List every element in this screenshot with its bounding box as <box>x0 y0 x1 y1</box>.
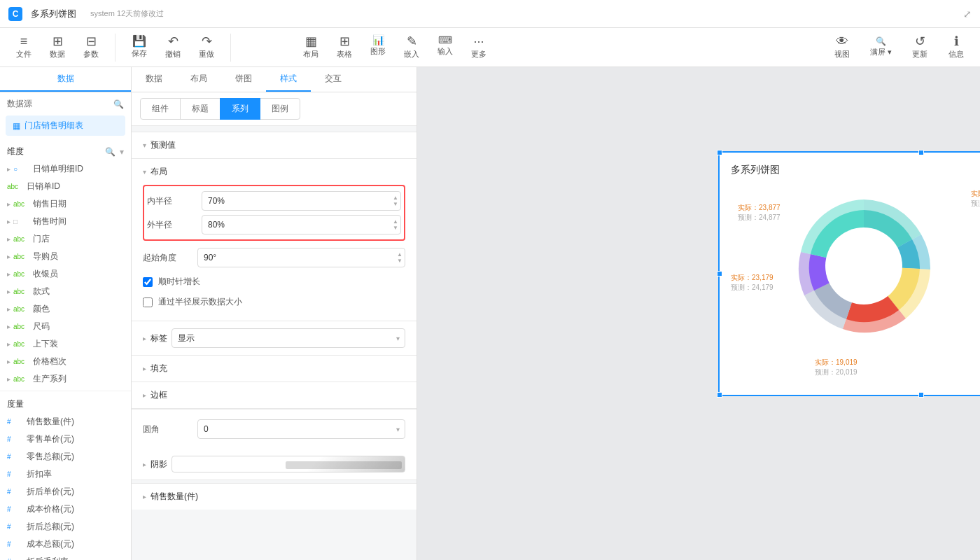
arrow-down-icon-3[interactable]: ▼ <box>397 258 402 264</box>
fill-header[interactable]: ▸ 填充 <box>132 356 416 382</box>
toolbar-undo[interactable]: ↶ 撤销 <box>158 32 188 62</box>
measure-costtotal[interactable]: # 成本总额(元) <box>0 536 131 553</box>
arrow-down-icon-2[interactable]: ▼ <box>393 225 398 231</box>
toolbar-params[interactable]: ⊟ 参数 <box>76 32 106 62</box>
handle-bottom-middle[interactable] <box>918 392 924 398</box>
subtab-legend[interactable]: 图例 <box>260 98 300 120</box>
shadow-header[interactable]: ▸ 阴影 <box>132 449 416 479</box>
field-item-style[interactable]: ▸ abc 款式 <box>0 283 131 300</box>
toolbar-zoom[interactable]: 🔍 满屏 ▾ <box>863 34 899 60</box>
subtab-component[interactable]: 组件 <box>140 98 181 120</box>
forecast-header[interactable]: ▾ 预测值 <box>132 132 416 158</box>
pie-chart-svg <box>787 189 941 343</box>
measure-costprice[interactable]: # 成本价格(元) <box>0 500 131 518</box>
title-bar-right: ⤢ <box>963 8 972 20</box>
measure-retailtotal[interactable]: # 零售总额(元) <box>0 448 131 465</box>
outer-radius-input[interactable] <box>202 215 401 234</box>
arrow-up-icon-2[interactable]: ▲ <box>393 219 398 225</box>
measure-discountprice[interactable]: # 折后单价(元) <box>0 483 131 500</box>
datasource-label: 数据源 <box>7 98 32 110</box>
handle-top-left[interactable] <box>717 150 722 155</box>
field-item-store[interactable]: ▸ abc 门店 <box>0 230 131 248</box>
expand-icon: ▸ <box>7 323 10 330</box>
measure-salesqty[interactable]: # 销售数量(件) <box>0 413 131 430</box>
save-icon: 💾 <box>132 36 146 47</box>
layout-header[interactable]: ▾ 布局 <box>132 159 416 185</box>
redo-label: 重做 <box>199 49 214 59</box>
arrow-up-icon[interactable]: ▲ <box>393 195 398 201</box>
field-item-cashier[interactable]: ▸ abc 收银员 <box>0 265 131 283</box>
mtab-data[interactable]: 数据 <box>132 67 176 92</box>
measure-discount[interactable]: # 折扣率 <box>0 465 131 483</box>
field-item-topbottom[interactable]: ▸ abc 上下装 <box>0 335 131 353</box>
clockwise-checkbox[interactable] <box>143 277 153 287</box>
toolbar-refresh[interactable]: ↺ 更新 <box>904 32 935 62</box>
mtab-interact[interactable]: 交互 <box>311 67 356 92</box>
toolbar-input[interactable]: ⌨ 输入 <box>430 32 461 62</box>
field-item-pricelevel[interactable]: ▸ abc 价格档次 <box>0 353 131 370</box>
toolbar-save[interactable]: 💾 保存 <box>124 33 155 62</box>
measure-grossmargin[interactable]: # 折后毛利率 <box>0 553 131 560</box>
measure-retailprice[interactable]: # 零售单价(元) <box>0 430 131 448</box>
search-dim-icon[interactable]: 🔍 <box>105 147 115 157</box>
field-item-guide[interactable]: ▸ abc 导购员 <box>0 248 131 265</box>
toolbar-data[interactable]: ⊞ 数据 <box>42 32 73 62</box>
radius-size-checkbox[interactable] <box>143 298 153 307</box>
tab-data[interactable]: 数据 <box>0 67 131 92</box>
toolbar-file[interactable]: ≡ 文件 <box>8 32 39 62</box>
sales-header[interactable]: ▸ 销售数量(件) <box>132 484 416 510</box>
middle-tabs: 数据 布局 饼图 样式 交互 <box>132 67 416 92</box>
more-icon: ··· <box>473 35 484 48</box>
hash-icon: # <box>7 523 24 531</box>
field-item-saletime[interactable]: ▸ □ 销售时间 <box>0 213 131 230</box>
handle-middle-left[interactable] <box>717 271 722 276</box>
border-header[interactable]: ▸ 边框 <box>132 382 416 408</box>
measures-label: 度量 <box>7 398 24 410</box>
label-header[interactable]: ▸ 标签 显示 <box>132 321 416 355</box>
handle-bottom-left[interactable] <box>717 392 722 398</box>
hash-icon: # <box>7 435 24 443</box>
search-icon[interactable]: 🔍 <box>113 99 124 109</box>
start-angle-input[interactable] <box>197 248 405 267</box>
toolbar-embed[interactable]: ✎ 嵌入 <box>396 32 427 62</box>
arrow-down-icon[interactable]: ▼ <box>393 202 398 207</box>
section-divider <box>0 391 131 391</box>
toolbar-redo[interactable]: ↷ 重做 <box>191 32 222 62</box>
field-item-saledate[interactable]: ▸ abc 销售日期 <box>0 195 131 213</box>
field-item-saleid[interactable]: abc 日销单ID <box>0 178 131 195</box>
number-arrows: ▲ ▼ <box>393 195 398 207</box>
corner-select[interactable]: 0 <box>197 419 405 439</box>
toolbar-info[interactable]: ℹ 信息 <box>941 32 972 62</box>
input-label: 输入 <box>438 46 453 57</box>
shadow-preview[interactable] <box>172 456 405 472</box>
table-label: 表格 <box>337 49 352 59</box>
field-item-size[interactable]: ▸ abc 尺码 <box>0 318 131 335</box>
hash-icon: # <box>7 488 24 496</box>
subtab-title[interactable]: 标题 <box>180 98 220 120</box>
mtab-pie[interactable]: 饼图 <box>221 67 266 92</box>
handle-top-middle[interactable] <box>918 150 924 155</box>
subtab-series[interactable]: 系列 <box>220 98 260 120</box>
maximize-icon[interactable]: ⤢ <box>963 8 972 20</box>
zoom-icon: 🔍 <box>876 37 886 46</box>
datasource-item[interactable]: ▦ 门店销售明细表 <box>6 115 125 136</box>
field-item-color[interactable]: ▸ abc 颜色 <box>0 300 131 318</box>
toolbar-graph[interactable]: 📊 图形 <box>363 32 393 62</box>
expand-dim-icon[interactable]: ▾ <box>120 147 124 157</box>
field-name: 价格档次 <box>33 356 66 368</box>
label-forecast: 预测：24,877 <box>738 213 780 223</box>
field-item-series[interactable]: ▸ abc 生产系列 <box>0 370 131 388</box>
chart-container[interactable]: 多系列饼图 <box>718 151 980 396</box>
field-item-salesdetailid[interactable]: ▸ ○ 日销单明细ID <box>0 160 131 178</box>
toolbar-table[interactable]: ⊞ 表格 <box>329 32 360 62</box>
toolbar-layout[interactable]: ▦ 布局 <box>295 32 326 62</box>
mtab-layout[interactable]: 布局 <box>176 67 221 92</box>
arrow-up-icon-3[interactable]: ▲ <box>397 252 402 258</box>
inner-radius-input[interactable] <box>202 191 401 211</box>
label-display-select[interactable]: 显示 <box>172 328 405 348</box>
mtab-style[interactable]: 样式 <box>266 67 311 92</box>
toolbar-view[interactable]: 👁 视图 <box>827 32 858 62</box>
field-type-abc: abc <box>13 253 30 260</box>
measure-discounttotal[interactable]: # 折后总额(元) <box>0 518 131 536</box>
toolbar-more[interactable]: ··· 更多 <box>463 32 494 62</box>
